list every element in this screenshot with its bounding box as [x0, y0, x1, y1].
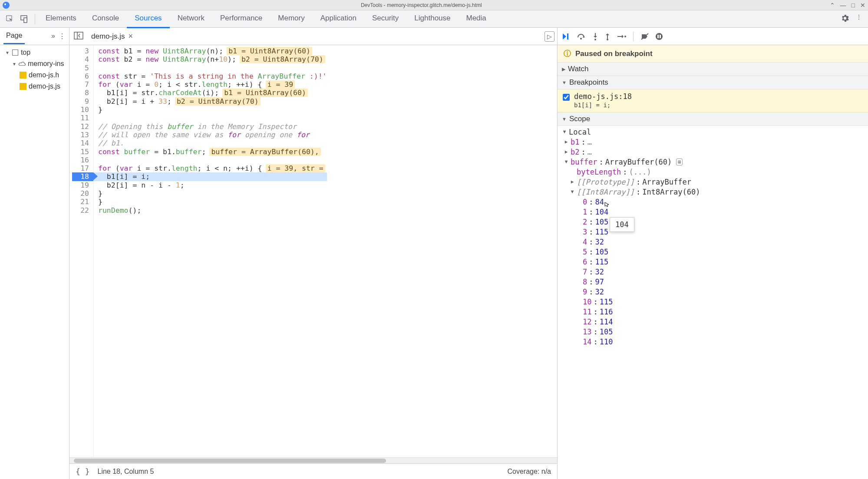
inspect-element-icon[interactable] — [5, 14, 15, 24]
pause-exceptions-icon[interactable] — [655, 33, 663, 40]
navigator-tab-page[interactable]: Page — [3, 28, 25, 44]
device-toolbar-icon[interactable] — [19, 14, 29, 24]
svg-rect-5 — [567, 33, 568, 40]
more-vert-icon[interactable]: ⋮ — [59, 32, 66, 40]
tab-network[interactable]: Network — [170, 10, 212, 28]
debug-toolbar — [558, 28, 868, 45]
array-index-13[interactable]: ▶13: 105 — [558, 327, 868, 337]
chevron-up-icon[interactable]: ⌃ — [830, 2, 835, 9]
tab-memory[interactable]: Memory — [270, 10, 312, 28]
memory-inspector-icon[interactable]: ⊞ — [676, 159, 683, 165]
tab-security[interactable]: Security — [364, 10, 406, 28]
array-index-12[interactable]: ▶12: 114 — [558, 317, 868, 327]
tab-lighthouse[interactable]: Lighthouse — [406, 10, 458, 28]
editor-pane: demo-js.js × ▷ 3456789101112131415161718… — [69, 28, 558, 479]
code-line-20[interactable]: } — [98, 189, 327, 198]
array-index-6[interactable]: ▶6: 115 — [558, 257, 868, 267]
scope-var-b1[interactable]: ▶b1: … — [558, 137, 868, 147]
minimize-icon[interactable]: — — [840, 2, 846, 9]
file-tab-label: demo-js.js — [91, 32, 125, 41]
scope-var-b2[interactable]: ▶b2: … — [558, 147, 868, 157]
settings-icon[interactable] — [840, 13, 850, 24]
svg-point-6 — [580, 38, 582, 40]
code-line-4[interactable]: const b2 = new Uint8Array(n+10);b2 = Uin… — [98, 55, 327, 63]
more-tabs-icon[interactable]: » — [51, 32, 55, 40]
nav-item[interactable]: ▼memory-ins — [0, 58, 69, 69]
tab-sources[interactable]: Sources — [127, 10, 169, 28]
nav-item[interactable]: ▼top — [0, 47, 69, 58]
array-index-1[interactable]: ▶1: 104 — [558, 207, 868, 217]
close-icon[interactable]: ✕ — [860, 2, 865, 9]
scope-bytelength[interactable]: ▶byteLength: (...) — [558, 167, 868, 177]
maximize-icon[interactable]: □ — [851, 2, 855, 9]
code-line-9[interactable]: b2[i] = i + 33;b2 = Uint8Array(70) — [98, 97, 327, 106]
array-index-4[interactable]: ▶4: 32 — [558, 237, 868, 247]
code-line-22[interactable]: runDemo(); — [98, 206, 327, 215]
more-vert-icon[interactable]: ⋮ — [856, 13, 862, 24]
navigator-pane: Page » ⋮ ▼top▼memory-insdemo-js.hdemo-js… — [0, 28, 69, 479]
code-line-6[interactable]: const str = 'This is a string in the Arr… — [98, 72, 327, 80]
watch-section-header[interactable]: ▶ Watch — [558, 63, 868, 76]
scope-int8array[interactable]: ▼[[Int8Array]]: Int8Array(60) — [558, 187, 868, 197]
code-editor[interactable]: 345678910111213141516171819202122 const … — [69, 45, 557, 457]
value-tooltip: 104 — [610, 217, 634, 232]
array-index-14[interactable]: ▶14: 110 — [558, 337, 868, 347]
array-index-8[interactable]: ▶8: 97 — [558, 277, 868, 287]
array-index-9[interactable]: ▶9: 32 — [558, 287, 868, 297]
format-code-icon[interactable]: { } — [76, 467, 90, 476]
code-line-5[interactable] — [98, 64, 327, 72]
array-index-7[interactable]: ▶7: 32 — [558, 267, 868, 277]
resume-icon[interactable] — [562, 33, 571, 40]
code-line-18[interactable]: b1[i] = i; — [94, 172, 327, 181]
scope-local-header[interactable]: ▼Local — [558, 127, 868, 137]
nav-item[interactable]: demo-js.h — [0, 69, 69, 81]
cursor-icon — [604, 202, 610, 207]
tab-elements[interactable]: Elements — [38, 10, 84, 28]
step-over-icon[interactable] — [577, 33, 586, 40]
code-line-11[interactable] — [98, 114, 327, 122]
array-index-10[interactable]: ▶10: 115 — [558, 297, 868, 307]
breakpoint-item[interactable]: demo-js.js:18 b1[i] = i; — [558, 89, 868, 112]
code-line-10[interactable]: } — [98, 106, 327, 114]
array-index-2[interactable]: ▶2: 105 — [558, 217, 868, 227]
code-line-15[interactable]: const buffer = b1.buffer;buffer = ArrayB… — [98, 148, 327, 156]
scope-section-header[interactable]: ▼ Scope — [558, 112, 868, 126]
code-line-16[interactable] — [98, 156, 327, 164]
chevron-down-icon: ▼ — [562, 80, 567, 85]
close-tab-icon[interactable]: × — [128, 32, 133, 41]
code-line-12[interactable]: // Opening this buffer in the Memory Ins… — [98, 122, 327, 131]
tab-media[interactable]: Media — [459, 10, 494, 28]
array-index-3[interactable]: ▶3: 115 — [558, 227, 868, 237]
code-line-13[interactable]: // will open the same view as for openin… — [98, 131, 327, 139]
breakpoint-location: demo-js.js:18 — [574, 92, 632, 101]
code-line-19[interactable]: b2[i] = n - i - 1; — [98, 181, 327, 189]
code-line-8[interactable]: b1[i] = str.charCodeAt(i);b1 = Uint8Arra… — [98, 89, 327, 97]
deactivate-breakpoints-icon[interactable] — [640, 33, 649, 40]
step-into-icon[interactable] — [592, 33, 598, 40]
scope-prototype[interactable]: ▶[[Prototype]]: ArrayBuffer — [558, 177, 868, 187]
tab-console[interactable]: Console — [84, 10, 127, 28]
tab-performance[interactable]: Performance — [212, 10, 270, 28]
code-line-3[interactable]: const b1 = new Uint8Array(n);b1 = Uint8A… — [98, 47, 327, 55]
scope-var-buffer[interactable]: ▼buffer: ArrayBuffer(60)⊞ — [558, 157, 868, 167]
chrome-icon — [3, 2, 10, 9]
svg-rect-15 — [657, 35, 659, 38]
run-snippet-icon[interactable]: ▷ — [545, 31, 554, 42]
array-index-11[interactable]: ▶11: 116 — [558, 307, 868, 317]
step-icon[interactable] — [617, 33, 626, 40]
breakpoint-checkbox[interactable] — [563, 94, 570, 101]
breakpoints-section-header[interactable]: ▼ Breakpoints — [558, 76, 868, 89]
toggle-navigator-icon[interactable] — [72, 30, 85, 43]
code-line-17[interactable]: for (var i = str.length; i < n; ++i) {i … — [98, 164, 327, 172]
array-index-5[interactable]: ▶5: 105 — [558, 247, 868, 257]
nav-item[interactable]: demo-js.js — [0, 81, 69, 92]
horizontal-scrollbar[interactable] — [69, 457, 557, 463]
code-line-7[interactable]: for (var i = 0; i < str.length; ++i) {i … — [98, 80, 327, 89]
file-tab[interactable]: demo-js.js × — [87, 29, 137, 43]
step-out-icon[interactable] — [604, 33, 611, 40]
code-line-21[interactable]: } — [98, 198, 327, 206]
paused-banner: ⓘ Paused on breakpoint — [558, 45, 868, 63]
chevron-right-icon: ▶ — [562, 66, 565, 72]
tab-application[interactable]: Application — [313, 10, 364, 28]
code-line-14[interactable]: // b1. — [98, 139, 327, 147]
